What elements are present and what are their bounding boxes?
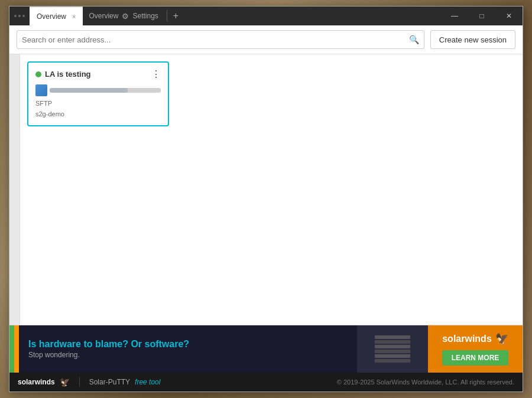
status-online-dot: [35, 71, 41, 77]
settings-gear-icon: ⚙: [122, 12, 129, 21]
server-rack: [375, 340, 410, 344]
titlebar-nav: Overview ⚙ Settings: [83, 12, 164, 21]
new-tab-button[interactable]: +: [170, 11, 182, 21]
titlebar-menu: [9, 15, 30, 17]
footer-wing-icon: 🦅: [60, 377, 70, 387]
tab-close-button[interactable]: ×: [72, 13, 76, 20]
server-rack: [375, 350, 410, 353]
session-card-header: LA is testing ⋮: [35, 68, 161, 80]
footer-brand: solarwinds 🦅 Solar-PuTTY free tool: [18, 377, 160, 387]
ad-brand-area: solarwinds 🦅 LEARN MORE: [428, 325, 523, 373]
session-name-label: LA is testing: [45, 70, 91, 79]
window-controls: — □ ✕: [441, 6, 523, 25]
dot: [18, 15, 21, 17]
server-rack: [375, 354, 410, 358]
dot: [14, 15, 17, 17]
create-new-session-button[interactable]: Create new session: [430, 30, 515, 49]
close-button[interactable]: ✕: [495, 6, 523, 25]
session-host-alias: s2g-demo: [35, 109, 161, 120]
nav-tab-overview-label: Overview: [89, 12, 118, 20]
search-icon: 🔍: [409, 35, 419, 44]
session-info: SFTP s2g-demo: [35, 99, 161, 119]
toolbar: 🔍 Create new session: [9, 25, 523, 54]
main-content: LA is testing ⋮ SFTP s2g-demo: [20, 54, 523, 325]
ad-inner: Is hardware to blame? Or software? Stop …: [9, 325, 523, 373]
active-tab-label: Overview: [37, 12, 66, 21]
server-visual: [375, 335, 410, 363]
brand-wing-icon: 🦅: [495, 332, 508, 345]
brand-logo: solarwinds 🦅: [442, 332, 508, 345]
footer-copyright: © 2019-2025 SolarWinds Worldwide, LLC. A…: [337, 379, 514, 386]
session-host-row: [35, 84, 161, 96]
content-area: LA is testing ⋮ SFTP s2g-demo: [9, 54, 523, 325]
footer-tool-name: Solar-PuTTY: [89, 378, 130, 386]
new-tab-icon: +: [173, 11, 179, 21]
maximize-icon: □: [479, 12, 484, 20]
tab-overview-active[interactable]: Overview ×: [30, 6, 83, 25]
search-box: 🔍: [17, 30, 424, 49]
create-btn-label: Create new session: [439, 35, 507, 44]
footer-free-label: free tool: [135, 378, 160, 386]
session-title: LA is testing: [35, 70, 91, 79]
maximize-button[interactable]: □: [468, 6, 495, 25]
titlebar-separator: [167, 10, 167, 22]
learn-more-button[interactable]: LEARN MORE: [442, 350, 509, 366]
search-input[interactable]: [22, 35, 409, 44]
minimize-icon: —: [451, 12, 458, 20]
minimize-button[interactable]: —: [441, 6, 468, 25]
host-icon: [35, 84, 47, 96]
main-window: Overview × Overview ⚙ Settings + — □ ✕: [9, 6, 523, 392]
ad-orange-stripe: [14, 325, 19, 373]
ad-visual: [357, 325, 428, 373]
ad-banner: Is hardware to blame? Or software? Stop …: [9, 325, 523, 373]
learn-more-label: LEARN MORE: [452, 354, 499, 362]
session-protocol: SFTP: [35, 99, 161, 109]
session-card[interactable]: LA is testing ⋮ SFTP s2g-demo: [27, 61, 169, 126]
brand-name-label: solarwinds: [442, 334, 492, 344]
server-rack: [375, 335, 410, 339]
host-bar-fill: [50, 88, 128, 93]
close-icon: ✕: [506, 12, 512, 20]
ad-text-area: Is hardware to blame? Or software? Stop …: [19, 325, 357, 373]
server-rack: [375, 359, 410, 363]
settings-label[interactable]: Settings: [132, 12, 158, 20]
host-bar: [50, 88, 161, 93]
dot: [22, 15, 25, 17]
server-rack: [375, 345, 410, 348]
footer-separator: [79, 377, 80, 387]
footer: solarwinds 🦅 Solar-PuTTY free tool © 201…: [9, 373, 523, 392]
ad-headline: Is hardware to blame? Or software?: [28, 339, 348, 350]
left-edge-panel: [9, 54, 20, 325]
ad-green-stripe: [9, 325, 14, 373]
ad-subtext: Stop wondering.: [28, 351, 348, 359]
titlebar: Overview × Overview ⚙ Settings + — □ ✕: [9, 6, 523, 25]
footer-logo-text: solarwinds: [18, 378, 55, 386]
session-more-options-button[interactable]: ⋮: [151, 68, 161, 80]
